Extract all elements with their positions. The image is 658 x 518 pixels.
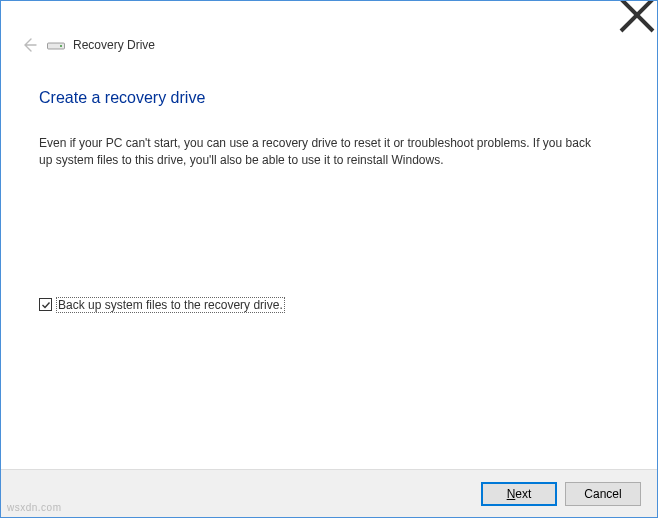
backup-checkbox-label[interactable]: Back up system files to the recovery dri… <box>56 297 285 313</box>
header-row: Recovery Drive <box>1 31 657 65</box>
close-button[interactable] <box>617 1 657 29</box>
backup-checkbox-row[interactable]: Back up system files to the recovery dri… <box>39 297 619 313</box>
cancel-button-label: Cancel <box>584 487 621 501</box>
watermark: wsxdn.com <box>7 502 62 513</box>
cancel-button[interactable]: Cancel <box>565 482 641 506</box>
content-area: Create a recovery drive Even if your PC … <box>1 65 657 313</box>
back-arrow-icon <box>21 37 37 53</box>
drive-icon <box>47 38 65 52</box>
titlebar <box>1 1 657 31</box>
backup-checkbox[interactable] <box>39 298 52 311</box>
next-button[interactable]: Next <box>481 482 557 506</box>
close-icon <box>617 0 657 35</box>
back-button <box>19 35 39 55</box>
page-body-text: Even if your PC can't start, you can use… <box>39 135 599 169</box>
next-button-label: Next <box>507 487 532 501</box>
footer: Next Cancel <box>1 469 657 517</box>
page-heading: Create a recovery drive <box>39 89 619 107</box>
checkmark-icon <box>41 300 51 310</box>
svg-rect-1 <box>60 45 62 47</box>
window-title: Recovery Drive <box>73 38 155 52</box>
